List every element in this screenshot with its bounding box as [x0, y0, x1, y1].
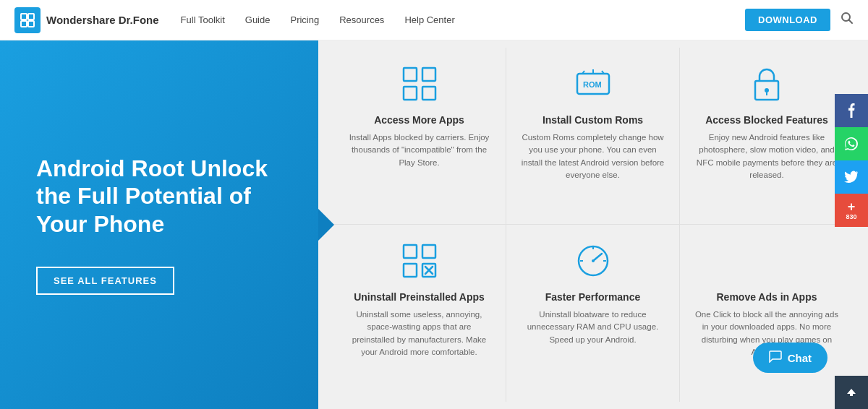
logo-icon	[14, 7, 41, 33]
twitter-icon	[844, 171, 859, 184]
svg-text:ROM: ROM	[583, 80, 602, 89]
svg-rect-7	[422, 68, 435, 81]
access-apps-title: Access More Apps	[374, 114, 464, 126]
hero-title: Android Root Unlock the Full Potential o…	[36, 155, 282, 238]
google-plus-share-button[interactable]: + 830	[835, 194, 868, 227]
svg-rect-20	[404, 264, 417, 277]
faster-performance-title: Faster Performance	[545, 291, 641, 303]
svg-rect-18	[404, 245, 417, 258]
header-actions: DOWNLOAD	[745, 9, 854, 31]
svg-line-5	[849, 20, 853, 24]
faster-performance-icon	[571, 239, 615, 283]
svg-line-25	[593, 254, 602, 261]
main-nav: Full Toolkit Guide Pricing Resources Hel…	[181, 14, 745, 25]
whatsapp-icon	[844, 137, 859, 151]
blocked-features-desc: Enjoy new Android features like photosph…	[693, 132, 841, 181]
feature-blocked-features: Access Blocked Features Enjoy new Androi…	[680, 48, 854, 225]
chat-icon	[769, 350, 782, 363]
chat-bubble-icon	[769, 350, 782, 366]
feature-uninstall-apps: Uninstall Preinstalled Apps Uninstall so…	[333, 225, 506, 402]
nav-resources[interactable]: Resources	[339, 14, 384, 25]
custom-roms-title: Install Custom Roms	[542, 114, 643, 126]
logo-text: Wondershare Dr.Fone	[46, 14, 159, 26]
share-count: 830	[846, 213, 856, 220]
chat-button[interactable]: Chat	[753, 343, 827, 373]
see-all-features-button[interactable]: SEE ALL FEATURES	[36, 267, 174, 295]
twitter-share-button[interactable]	[835, 160, 868, 194]
nav-guide[interactable]: Guide	[245, 14, 271, 25]
faster-performance-desc: Uninstall bloatware to reduce unnecessar…	[519, 309, 666, 346]
search-button[interactable]	[841, 12, 854, 28]
feature-faster-performance: Faster Performance Uninstall bloatware t…	[506, 225, 680, 402]
hero-panel: Android Root Unlock the Full Potential o…	[0, 40, 318, 409]
facebook-icon	[847, 103, 856, 119]
uninstall-apps-desc: Uninstall some useless, annoying, space-…	[346, 309, 493, 358]
svg-point-16	[765, 88, 769, 92]
svg-point-26	[592, 259, 595, 262]
nav-pricing[interactable]: Pricing	[290, 14, 319, 25]
plus-icon: +	[848, 200, 856, 213]
custom-roms-icon: ROM	[571, 62, 615, 106]
access-apps-icon	[398, 62, 441, 106]
svg-rect-9	[422, 87, 435, 100]
main-content: Android Root Unlock the Full Potential o…	[0, 40, 868, 409]
arrow-up-icon	[846, 387, 857, 398]
uninstall-apps-title: Uninstall Preinstalled Apps	[354, 291, 485, 303]
blocked-features-icon	[745, 62, 788, 106]
svg-rect-0	[21, 14, 27, 20]
whatsapp-share-button[interactable]	[835, 127, 868, 160]
svg-rect-3	[28, 21, 34, 27]
svg-rect-2	[21, 21, 27, 27]
search-icon	[841, 12, 854, 25]
svg-rect-1	[28, 14, 34, 20]
blocked-features-title: Access Blocked Features	[705, 114, 828, 126]
back-to-top-button[interactable]	[835, 376, 868, 409]
nav-help-center[interactable]: Help Center	[404, 14, 454, 25]
remove-ads-title: Remove Ads in Apps	[717, 291, 817, 303]
nav-full-toolkit[interactable]: Full Toolkit	[181, 14, 225, 25]
access-apps-desc: Install Apps blocked by carriers. Enjoy …	[346, 132, 493, 169]
svg-rect-8	[404, 87, 417, 100]
feature-custom-roms: ROM Install Custom Roms Custom Roms comp…	[506, 48, 680, 225]
svg-rect-19	[422, 245, 435, 258]
chat-label: Chat	[788, 352, 812, 364]
facebook-share-button[interactable]	[835, 94, 868, 127]
svg-rect-6	[404, 68, 417, 81]
uninstall-apps-icon	[398, 239, 441, 283]
feature-access-apps: Access More Apps Install Apps blocked by…	[333, 48, 506, 225]
social-sidebar: + 830	[835, 94, 868, 227]
logo[interactable]: Wondershare Dr.Fone	[14, 7, 159, 33]
header: Wondershare Dr.Fone Full Toolkit Guide P…	[0, 0, 868, 40]
custom-roms-desc: Custom Roms completely change how you us…	[519, 132, 666, 181]
download-button[interactable]: DOWNLOAD	[745, 9, 830, 31]
feature-remove-ads: Remove Ads in Apps One Click to block al…	[680, 225, 854, 402]
